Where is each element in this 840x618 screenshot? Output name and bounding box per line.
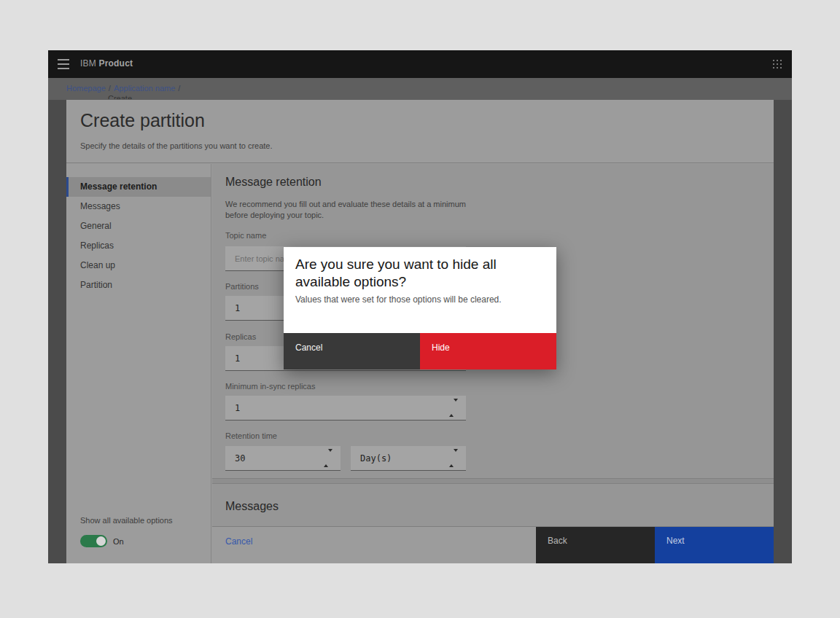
breadcrumb-separator: /: [175, 84, 183, 93]
number-stepper-icon[interactable]: [324, 452, 332, 465]
section-heading: Message retention: [225, 176, 322, 189]
nav-item-partition[interactable]: Partition: [66, 275, 211, 295]
hamburger-menu-icon[interactable]: [58, 59, 69, 69]
breadcrumb: Homepage/Application name/: [66, 84, 183, 93]
toggle-knob: [96, 536, 106, 546]
nav-item-replicas[interactable]: Replicas: [66, 236, 211, 256]
nav-item-general[interactable]: General: [66, 216, 211, 236]
dialog-title: Are you sure you want to hide all availa…: [295, 256, 529, 291]
retention-unit-field: [351, 446, 466, 471]
section-description: We recommend you fill out and evaluate t…: [225, 199, 484, 221]
next-button[interactable]: Next: [655, 527, 774, 563]
toggle-label: Show all available options: [80, 516, 173, 525]
number-stepper-icon[interactable]: [449, 402, 458, 415]
app-switcher-icon[interactable]: [773, 60, 782, 69]
page-subtitle: Specify the details of the partitions yo…: [80, 141, 273, 150]
brand-name: Product: [98, 58, 133, 69]
breadcrumb-link-homepage[interactable]: Homepage: [66, 84, 106, 93]
partitions-label: Partitions: [225, 282, 259, 291]
dialog-cancel-button[interactable]: Cancel: [284, 333, 420, 369]
screen: IBM Product Homepage/Application name/ C…: [0, 0, 840, 618]
back-button[interactable]: Back: [536, 527, 655, 563]
tearsheet-header: Create partition Specify the details of …: [66, 100, 774, 163]
confirmation-dialog: Are you sure you want to hide all availa…: [284, 247, 556, 369]
obscured-page-text: Create partition: [108, 94, 152, 99]
min-insync-replicas-field: [225, 396, 466, 421]
breadcrumb-bar: Homepage/Application name/: [48, 78, 792, 100]
cancel-link[interactable]: Cancel: [225, 536, 252, 547]
section-nav: Message retention Messages General Repli…: [66, 164, 211, 563]
show-all-options-block: Show all available options On: [80, 516, 173, 547]
page-title: Create partition: [80, 110, 205, 131]
nav-item-messages[interactable]: Messages: [66, 197, 211, 216]
brand-prefix: IBM: [80, 58, 96, 69]
nav-item-message-retention[interactable]: Message retention: [66, 177, 211, 197]
breadcrumb-separator: /: [106, 84, 114, 93]
breadcrumb-link-application[interactable]: Application name: [114, 84, 175, 93]
retention-time-label: Retention time: [225, 431, 277, 440]
dialog-hide-button[interactable]: Hide: [420, 333, 556, 369]
replicas-label: Replicas: [225, 332, 256, 341]
min-insync-replicas-label: Minimum in-sync replicas: [225, 382, 315, 391]
messages-section-heading: Messages: [225, 500, 279, 513]
tearsheet-footer: Cancel Back Next: [212, 526, 774, 563]
show-all-options-toggle[interactable]: [80, 535, 107, 547]
retention-time-field: [225, 446, 341, 471]
product-brand: IBM Product: [80, 58, 133, 69]
section-divider: [212, 478, 774, 484]
nav-item-clean-up[interactable]: Clean up: [66, 256, 211, 275]
min-insync-replicas-input[interactable]: [225, 396, 466, 420]
toggle-state-label: On: [113, 537, 124, 546]
dialog-body: Values that were set for those options w…: [295, 294, 545, 305]
topic-name-label: Topic name: [225, 231, 266, 240]
unit-stepper-icon[interactable]: [449, 452, 458, 465]
top-header-bar: IBM Product: [48, 50, 792, 78]
